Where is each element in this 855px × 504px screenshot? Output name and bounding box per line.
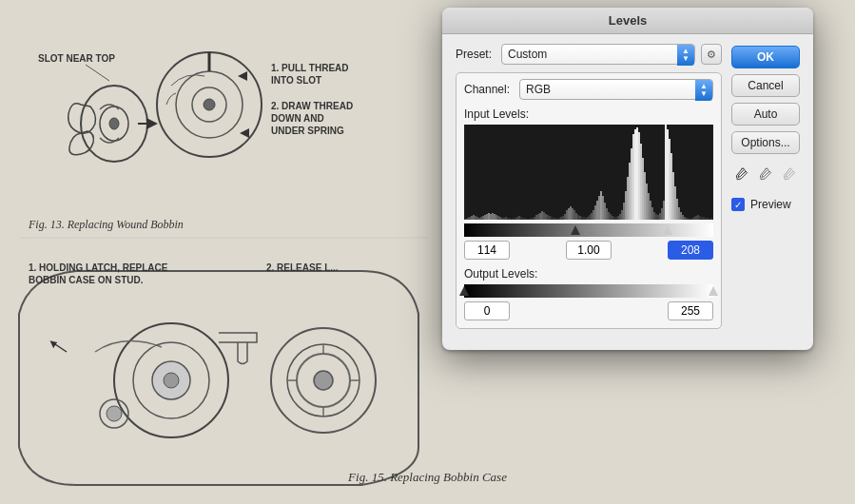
gray-eyedropper-button[interactable] [755,165,775,186]
output-white-field[interactable]: 255 [668,301,713,320]
auto-button[interactable]: Auto [731,103,800,126]
output-slider-track[interactable] [464,284,713,298]
svg-rect-129 [642,158,644,220]
svg-rect-119 [623,203,625,220]
svg-rect-46 [484,215,486,220]
output-white-slider[interactable] [709,286,718,296]
svg-rect-85 [558,218,560,220]
dialog-main-panel: Preset: Custom ▲▼ ⚙ Channel: RGB [456,44,722,337]
svg-rect-145 [672,172,674,220]
svg-rect-71 [532,218,534,220]
svg-rect-122 [629,163,631,220]
svg-rect-151 [684,217,686,220]
svg-rect-90 [568,208,570,220]
svg-rect-116 [617,216,619,220]
black-eyedropper-button[interactable] [731,165,751,186]
svg-rect-81 [551,217,553,220]
black-input-slider[interactable] [571,225,580,235]
gray-eyedropper-icon [758,167,773,184]
svg-rect-69 [528,219,530,220]
gear-icon: ⚙ [707,48,716,61]
svg-rect-144 [670,153,672,220]
svg-rect-83 [554,218,556,220]
output-black-field[interactable]: 0 [464,301,510,320]
eyedropper-row [731,165,800,186]
channel-select-arrow[interactable]: ▲▼ [695,80,712,101]
svg-rect-133 [650,201,651,220]
svg-rect-77 [543,212,545,220]
svg-rect-156 [693,217,695,220]
svg-rect-155 [691,218,693,220]
preset-options-button[interactable]: ⚙ [701,44,722,65]
svg-rect-45 [482,216,484,220]
svg-rect-102 [591,213,593,220]
svg-rect-74 [537,214,539,220]
svg-rect-0 [0,0,437,504]
svg-rect-164 [709,219,710,220]
svg-rect-113 [612,216,613,220]
svg-rect-44 [480,217,482,220]
svg-rect-101 [589,215,591,220]
svg-rect-117 [619,214,621,220]
svg-rect-53 [497,216,499,220]
svg-rect-138 [659,213,661,220]
preset-row: Preset: Custom ▲▼ ⚙ [456,44,722,65]
chevron-up-down-icon: ▲▼ [682,48,690,63]
svg-rect-140 [663,201,665,220]
svg-rect-59 [509,218,511,220]
svg-rect-38 [469,217,471,220]
svg-rect-50 [492,213,494,220]
svg-text:DOWN AND: DOWN AND [271,113,324,124]
input-white-field[interactable]: 208 [668,241,713,260]
svg-rect-86 [560,217,562,220]
black-eyedropper-icon [734,167,749,184]
svg-text:1. HOLDING LATCH, REPLACE: 1. HOLDING LATCH, REPLACE [29,262,168,273]
svg-rect-56 [503,218,505,220]
svg-rect-78 [545,214,547,220]
svg-rect-142 [667,129,669,220]
svg-rect-76 [541,211,543,220]
svg-rect-61 [513,218,515,220]
svg-rect-127 [638,132,640,220]
svg-point-31 [107,406,122,421]
svg-rect-41 [475,216,476,220]
svg-rect-66 [522,218,524,220]
dialog-buttons: OK Cancel Auto Options... [731,44,800,337]
svg-rect-40 [473,215,475,220]
svg-rect-105 [596,201,598,220]
svg-rect-153 [688,218,690,220]
options-button[interactable]: Options... [731,131,800,154]
gray-input-slider[interactable] [584,225,593,235]
svg-rect-165 [710,218,712,220]
input-gray-field[interactable]: 1.00 [566,241,612,260]
svg-rect-95 [577,215,579,220]
input-level-fields: 114 1.00 208 [464,241,713,260]
svg-rect-110 [606,208,608,220]
preview-row: ✓ Preview [731,198,800,211]
svg-rect-109 [604,203,606,220]
channel-select[interactable]: RGB ▲▼ [519,79,713,100]
svg-text:SLOT NEAR TOP: SLOT NEAR TOP [38,53,115,64]
histogram [464,125,713,220]
svg-text:UNDER SPRING: UNDER SPRING [271,126,344,136]
svg-rect-161 [703,217,705,220]
checkmark-icon: ✓ [734,200,742,210]
cancel-button[interactable]: Cancel [731,74,800,97]
output-black-slider[interactable] [459,286,469,296]
svg-rect-57 [505,217,507,220]
svg-rect-106 [598,196,600,220]
white-input-slider[interactable] [663,225,672,235]
channel-group: Channel: RGB ▲▼ Input Levels: [456,72,722,329]
svg-rect-147 [676,199,678,220]
diagram-svg: SLOT NEAR TOP [0,0,437,504]
svg-rect-51 [494,214,496,220]
preview-checkbox[interactable]: ✓ [731,198,745,211]
white-eyedropper-button[interactable] [780,165,800,186]
ok-button[interactable]: OK [731,46,800,68]
svg-rect-84 [556,219,558,220]
preset-select-arrow[interactable]: ▲▼ [677,45,694,66]
input-black-field[interactable]: 114 [464,241,510,260]
svg-rect-100 [587,217,589,220]
svg-rect-132 [648,193,650,220]
preset-select[interactable]: Custom ▲▼ [501,44,695,65]
